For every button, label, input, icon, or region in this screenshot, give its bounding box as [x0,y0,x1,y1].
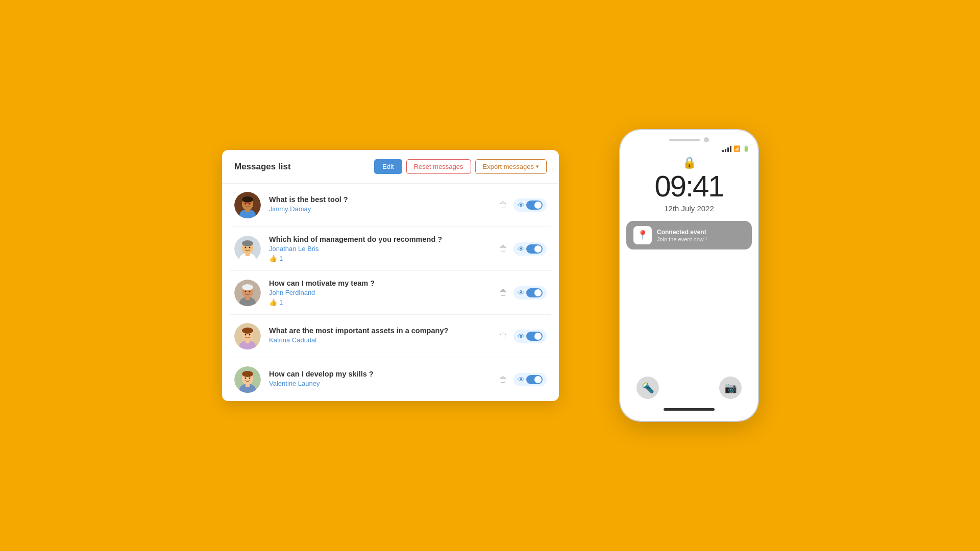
svg-point-28 [242,328,253,334]
avatar [234,236,261,262]
svg-point-36 [245,378,247,379]
message-author: Katrina Cadudal [269,336,491,344]
message-content: How can I motivate my team ?John Ferdina… [269,279,491,306]
visibility-toggle[interactable]: 👁 [513,330,547,343]
toggle-switch[interactable] [526,332,543,341]
toggle-switch[interactable] [526,288,543,297]
messages-panel: Messages list Edit Reset messages Export… [222,150,559,401]
visibility-toggle[interactable]: 👁 [513,198,547,212]
visibility-toggle[interactable]: 👁 [513,373,547,386]
lock-icon: 🔒 [620,156,758,169]
svg-point-16 [249,246,251,248]
message-question: How can I develop my skills ? [269,370,491,378]
message-author: Jimmy Damay [269,205,491,213]
edit-button[interactable]: Edit [374,159,402,174]
svg-point-29 [245,334,247,336]
message-content: How can I develop my skills ?Valentine L… [269,370,491,389]
avatar [234,280,261,306]
phone-pill-decoration [669,139,700,141]
reset-messages-button[interactable]: Reset messages [406,159,471,174]
toggle-switch[interactable] [526,375,543,384]
message-item: What is the best tool ?Jimmy Damay🗑👁 [230,184,551,227]
phone-notification: 📍 Connected event Join the event now ! [626,221,752,249]
notification-app-icon: 📍 [637,230,648,241]
eye-icon: 👁 [518,201,525,209]
message-question: What is the best tool ? [269,195,491,204]
message-item: What are the most important assets in a … [230,315,551,358]
notification-text: Connected event Join the event now ! [657,229,745,242]
message-content: What is the best tool ?Jimmy Damay [269,195,491,215]
notification-icon-wrap: 📍 [633,226,652,244]
svg-point-15 [245,246,247,248]
wifi-icon: 📶 [733,145,741,152]
main-container: Messages list Edit Reset messages Export… [222,130,758,421]
svg-point-4 [242,196,253,203]
delete-message-button[interactable]: 🗑 [499,375,507,384]
svg-point-6 [249,203,251,205]
message-actions: 🗑👁 [499,198,547,212]
thumbsup-icon: 👍 [269,255,277,262]
flashlight-icon: 🔦 [642,382,654,394]
phone-bottom: 🔦 📷 [620,371,758,421]
message-item: How can I develop my skills ?Valentine L… [230,358,551,401]
message-author: Valentine Launey [269,380,491,387]
likes-count: 1 [279,255,283,262]
phone-mockup: 📶 🔋 🔒 09:41 12th July 2022 📍 Connected e… [620,130,758,421]
svg-point-37 [249,378,251,379]
camera-button[interactable]: 📷 [719,377,742,399]
header-buttons: Edit Reset messages Export messages [374,159,547,174]
eye-icon: 👁 [518,332,525,340]
notification-title: Connected event [657,229,745,236]
delete-message-button[interactable]: 🗑 [499,332,507,341]
svg-point-14 [242,240,253,246]
phone-status-row: 📶 🔋 [620,144,758,152]
battery-icon: 🔋 [743,145,750,152]
avatar [234,366,261,393]
messages-header: Messages list Edit Reset messages Export… [222,150,559,184]
eye-icon: 👁 [518,289,525,297]
svg-point-21 [242,284,253,290]
camera-icon: 📷 [724,382,737,394]
message-author: Jonathan Le Bris [269,245,491,253]
svg-point-5 [245,203,247,205]
phone-bottom-icons: 🔦 📷 [620,371,758,404]
phone-camera-dot [704,137,709,142]
signal-bar-2 [725,149,726,152]
eye-icon: 👁 [518,245,525,253]
phone-top-bar [620,130,758,144]
signal-bar-1 [722,150,724,152]
toggle-switch[interactable] [526,244,543,254]
message-item: Which kind of management do you recommen… [230,227,551,271]
phone-time: 09:41 [620,171,758,201]
message-actions: 🗑👁 [499,330,547,343]
delete-message-button[interactable]: 🗑 [499,201,507,210]
message-item: How can I motivate my team ?John Ferdina… [230,271,551,315]
svg-point-22 [245,290,247,292]
message-actions: 🗑👁 [499,242,547,256]
message-content: Which kind of management do you recommen… [269,235,491,262]
message-question: Which kind of management do you recommen… [269,235,491,243]
message-actions: 🗑👁 [499,286,547,299]
signal-bar-3 [727,147,729,152]
svg-point-23 [249,290,251,292]
phone-date: 12th July 2022 [620,204,758,213]
visibility-toggle[interactable]: 👁 [513,286,547,299]
avatar [234,192,261,218]
signal-bar-4 [730,146,731,152]
signal-bars [722,146,731,152]
thumbsup-icon: 👍 [269,298,277,306]
delete-message-button[interactable]: 🗑 [499,244,507,254]
svg-point-35 [242,371,253,377]
likes-count: 1 [279,298,283,306]
message-question: How can I motivate my team ? [269,279,491,287]
phone-home-bar[interactable] [664,408,715,411]
delete-message-button[interactable]: 🗑 [499,288,507,297]
flashlight-button[interactable]: 🔦 [636,377,659,399]
svg-point-30 [249,334,251,336]
toggle-switch[interactable] [526,201,543,210]
export-messages-button[interactable]: Export messages [475,159,547,174]
visibility-toggle[interactable]: 👁 [513,242,547,256]
message-content: What are the most important assets in a … [269,327,491,346]
message-author: John Ferdinand [269,289,491,296]
messages-title: Messages list [234,162,291,172]
